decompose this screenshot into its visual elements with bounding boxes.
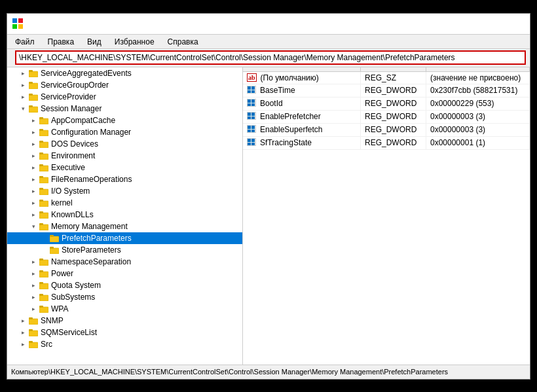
tree-node[interactable]: ▸ FileRenameOperations (7, 173, 242, 185)
tree-node-label: ServiceGroupOrder (41, 80, 109, 90)
tree-node-label: ServiceAggregatedEvents (41, 69, 132, 78)
table-row[interactable]: EnableSuperfetchREG_DWORD0x00000003 (3) (243, 124, 530, 137)
tree-node[interactable]: ▸ ServiceProvider (7, 91, 242, 103)
tree-node[interactable]: ▸ ServiceAggregatedEvents (7, 67, 242, 79)
svg-rect-5 (29, 70, 33, 72)
expand-icon[interactable]: ▸ (18, 339, 28, 349)
expand-icon[interactable]: ▸ (28, 304, 39, 314)
tree-node[interactable]: ▸ Executive (7, 162, 242, 173)
expand-icon[interactable]: ▸ (28, 174, 39, 185)
table-row[interactable]: BaseTimeREG_DWORD0x230f7cbb (588217531) (243, 84, 530, 98)
expand-icon[interactable]: ▸ (28, 151, 39, 161)
tree-node[interactable]: ▸ SQMServiceList (7, 327, 242, 338)
dword-icon (247, 125, 256, 135)
expand-icon[interactable]: ▸ (28, 209, 39, 220)
folder-icon (28, 316, 39, 325)
tree-pane: ▸ ServiceAggregatedEvents▸ ServiceGroupO… (7, 67, 243, 365)
tree-node[interactable]: ▸ Quota System (7, 279, 242, 291)
tree-node[interactable]: ▾ Memory Management (7, 221, 242, 232)
expand-icon[interactable]: ▸ (18, 327, 28, 338)
svg-rect-28 (39, 166, 48, 171)
folder-icon (39, 151, 49, 160)
expand-icon[interactable]: ▸ (18, 315, 28, 326)
svg-rect-8 (29, 82, 33, 84)
table-row[interactable]: BootIdREG_DWORD0x00000229 (553) (243, 98, 530, 111)
expand-icon[interactable]: ▸ (28, 162, 39, 173)
tree-node-label: PrefetchParameters (62, 234, 132, 243)
expand-icon[interactable]: ▸ (28, 139, 39, 149)
svg-rect-65 (39, 306, 43, 308)
folder-icon (39, 187, 49, 196)
tree-node-label: StoreParameters (62, 245, 121, 255)
svg-rect-82 (248, 99, 251, 103)
expand-icon[interactable] (39, 233, 49, 243)
svg-rect-44 (39, 223, 43, 225)
menu-favorites[interactable]: Избранное (109, 36, 160, 47)
tree-node[interactable]: ▸ SubSystems (7, 291, 242, 303)
title-bar-controls (464, 17, 525, 30)
svg-rect-40 (39, 213, 48, 219)
expand-icon[interactable] (39, 245, 49, 255)
expand-icon[interactable]: ▸ (28, 127, 39, 137)
cell-name: EnableSuperfetch (243, 124, 361, 136)
cell-value: 0x00000003 (3) (426, 124, 530, 136)
folder-icon (39, 293, 49, 302)
tree-node-label: ServiceProvider (41, 92, 96, 101)
minimize-button[interactable] (464, 17, 483, 30)
table-row[interactable]: SfTracingStateREG_DWORD0x00000001 (1) (243, 137, 530, 150)
close-button[interactable] (506, 17, 525, 30)
expand-icon[interactable]: ▾ (18, 103, 28, 114)
menu-view[interactable]: Вид (82, 36, 107, 47)
tree-node[interactable]: ▸ Environment (7, 150, 242, 162)
expand-icon[interactable]: ▸ (28, 115, 39, 126)
table-row[interactable]: ab(По умолчанию)REG_SZ(значение не присв… (243, 72, 530, 84)
expand-icon[interactable]: ▸ (28, 257, 39, 267)
menu-bar: Файл Правка Вид Избранное Справка (7, 35, 530, 49)
expand-icon[interactable]: ▸ (18, 80, 28, 90)
tree-node[interactable]: ▾ Session Manager (7, 103, 242, 115)
expand-icon[interactable]: ▸ (28, 292, 39, 302)
tree-node[interactable]: ▸ DOS Devices (7, 138, 242, 150)
expand-icon[interactable]: ▸ (18, 92, 28, 102)
tree-node[interactable]: ▸ KnownDLLs (7, 209, 242, 221)
svg-rect-58 (39, 283, 48, 289)
svg-rect-31 (39, 177, 48, 183)
registry-name: EnableSuperfetch (260, 125, 322, 134)
tree-node[interactable]: PrefetchParameters (7, 232, 242, 244)
tree-node[interactable]: ▸ NamespaceSeparation (7, 256, 242, 268)
tree-node[interactable]: ▸ AppCompatCache (7, 115, 242, 126)
tree-node[interactable]: ▸ Src (7, 338, 242, 350)
maximize-button[interactable] (485, 17, 504, 30)
svg-rect-77 (248, 86, 251, 90)
svg-rect-67 (29, 319, 38, 325)
tree-node[interactable]: ▸ I/O System (7, 185, 242, 197)
expand-icon[interactable]: ▸ (28, 280, 39, 291)
menu-edit[interactable]: Правка (43, 36, 80, 47)
expand-icon[interactable]: ▸ (28, 198, 39, 208)
tree-node[interactable]: StoreParameters (7, 244, 242, 256)
menu-help[interactable]: Справка (162, 36, 204, 47)
expand-icon[interactable]: ▸ (18, 68, 28, 79)
address-input[interactable] (15, 50, 526, 65)
tree-node[interactable]: ▸ kernel (7, 197, 242, 209)
svg-rect-34 (39, 189, 48, 195)
tree-node[interactable]: ▸ Configuration Manager (7, 126, 242, 138)
expand-icon[interactable]: ▾ (28, 221, 39, 232)
expand-icon[interactable]: ▸ (28, 186, 39, 196)
ab-icon: ab (247, 73, 257, 82)
svg-rect-53 (39, 258, 43, 260)
cell-type: REG_SZ (361, 72, 426, 84)
tree-node[interactable]: ▸ SNMP (7, 315, 242, 327)
tree-node[interactable]: ▸ Power (7, 268, 242, 279)
table-row[interactable]: EnablePrefetcherREG_DWORD0x00000003 (3) (243, 111, 530, 124)
svg-rect-74 (29, 341, 33, 343)
svg-rect-46 (50, 236, 59, 242)
folder-icon (28, 80, 39, 90)
svg-rect-11 (29, 94, 33, 96)
tree-node[interactable]: ▸ ServiceGroupOrder (7, 79, 242, 91)
expand-icon[interactable]: ▸ (28, 268, 39, 279)
tree-node[interactable]: ▸ WPA (7, 303, 242, 315)
address-bar (7, 49, 530, 67)
cell-value: (значение не присвоено) (426, 72, 530, 84)
menu-file[interactable]: Файл (10, 36, 40, 47)
